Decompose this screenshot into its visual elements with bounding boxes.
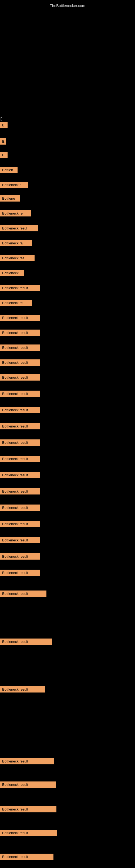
bottleneck-result-item[interactable]: Bottleneck result — [0, 391, 40, 397]
bottleneck-result-item[interactable]: Bottleneck result — [0, 854, 53, 860]
bottleneck-result-item[interactable]: Bottleneck result — [0, 569, 40, 576]
bottleneck-result-item[interactable]: Bottleneck result — [0, 344, 40, 351]
bottleneck-result-item[interactable]: Bottleneck result — [0, 553, 40, 560]
bottleneck-result-item[interactable]: Bottleneck result — [0, 686, 45, 692]
bottleneck-result-item[interactable]: Bottleneck res — [0, 255, 35, 261]
bottleneck-result-item[interactable]: Bottleneck result — [0, 488, 40, 495]
bottleneck-result-item[interactable]: Bottleneck result — [0, 504, 40, 511]
bottleneck-result-item[interactable]: Bottleneck result — [0, 360, 40, 366]
bottleneck-result-item[interactable]: Bottlen — [0, 167, 17, 173]
bottleneck-result-item[interactable]: Bottleneck result — [0, 758, 54, 764]
site-title: TheBottlenecker.com — [0, 1, 135, 10]
bottleneck-result-item[interactable]: Bottleneck re — [0, 210, 31, 216]
bottleneck-result-item[interactable]: B — [0, 122, 8, 128]
bottleneck-result-item[interactable]: Bottleneck result — [0, 537, 40, 543]
bottleneck-result-item[interactable]: Bottleneck result — [0, 456, 40, 462]
bottleneck-result-item[interactable]: Bottleneck result — [0, 423, 40, 429]
bottleneck-result-item[interactable]: Bottleneck result — [0, 285, 40, 291]
bottleneck-result-item[interactable]: Bottleneck result — [0, 472, 40, 478]
bottleneck-result-item[interactable]: Bottleneck result — [0, 407, 40, 413]
bottleneck-result-item[interactable]: B — [0, 152, 8, 158]
bottleneck-result-item[interactable]: Bottleneck result — [0, 330, 40, 336]
bottleneck-result-item[interactable]: E — [0, 138, 6, 145]
bottleneck-result-item[interactable]: Bottleneck result — [0, 521, 40, 527]
bottleneck-result-item[interactable]: Bottleneck r — [0, 182, 28, 188]
bottleneck-result-item[interactable]: Bottleneck result — [0, 806, 56, 812]
bottleneck-result-item[interactable]: Bottleneck ra — [0, 240, 32, 246]
bottleneck-result-item[interactable]: Bottleneck — [0, 270, 24, 276]
bottleneck-result-item[interactable]: Bottleneck result — [0, 374, 40, 380]
bottleneck-result-item[interactable]: Bottleneck result — [0, 590, 46, 597]
section-label: [ — [1, 117, 2, 121]
bottleneck-result-item[interactable]: Bottleneck result — [0, 781, 56, 788]
bottleneck-result-item[interactable]: Bottleneck result — [0, 315, 40, 321]
bottleneck-result-item[interactable]: Bottleneck result — [0, 830, 57, 836]
bottleneck-result-item[interactable]: Bottlene — [0, 195, 20, 202]
bottleneck-result-item[interactable]: Bottleneck re — [0, 300, 32, 306]
bottleneck-result-item[interactable]: Bottleneck result — [0, 639, 52, 645]
bottleneck-result-item[interactable]: Bottleneck resul — [0, 225, 38, 231]
bottleneck-result-item[interactable]: Bottleneck result — [0, 439, 40, 446]
